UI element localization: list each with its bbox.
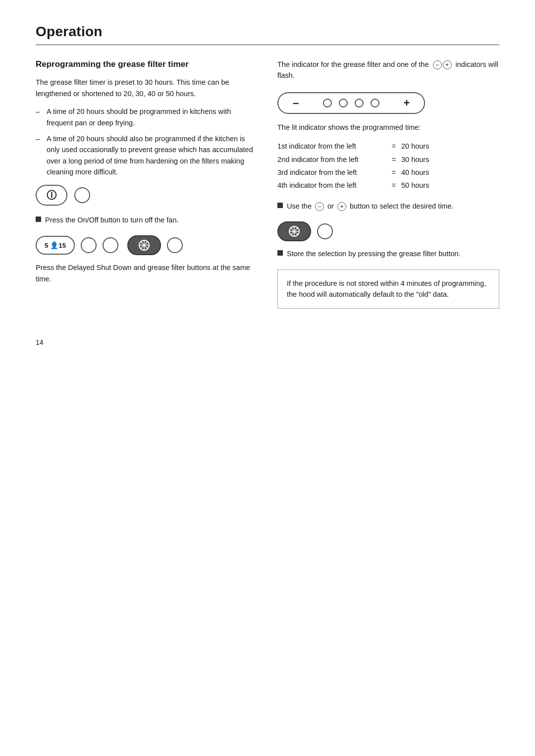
page-title: Operation bbox=[36, 24, 499, 40]
onoff-button-icon: Ⓘ bbox=[36, 185, 67, 206]
info-box-text: If the procedure is not stored within 4 … bbox=[287, 279, 486, 298]
indicator-row-3: 3rd indicator from the left = 40 hours bbox=[277, 166, 499, 179]
onoff-symbol: Ⓘ bbox=[47, 190, 56, 200]
indicator-dot-3 bbox=[355, 99, 364, 108]
right-intro-text: The indicator for the grease filter and … bbox=[277, 59, 499, 81]
indicator-row-2: 2nd indicator from the left = 30 hours bbox=[277, 153, 499, 166]
minus-label: – bbox=[293, 97, 299, 109]
bullet-square-onoff bbox=[36, 216, 41, 222]
grease-right-diagram bbox=[277, 221, 499, 241]
indicator-circle-grease-left bbox=[167, 237, 183, 253]
bullet-list: A time of 20 hours should be programmed … bbox=[36, 106, 254, 178]
plus-icon-use: + bbox=[337, 202, 346, 211]
minus-icon-inline: − bbox=[433, 60, 442, 69]
ind-eq-1: = bbox=[386, 140, 401, 153]
grease-filter-icon-right bbox=[288, 225, 300, 237]
use-button-instruction: Use the − or + button to select the desi… bbox=[277, 201, 499, 212]
bullet-square-store bbox=[277, 250, 283, 256]
ind-eq-3: = bbox=[386, 166, 401, 179]
press-onoff-text: Press the On/Off button to turn off the … bbox=[45, 215, 179, 225]
indicator-circle-grease-right bbox=[317, 223, 333, 239]
use-button-text: Use the − or + button to select the desi… bbox=[287, 201, 454, 212]
ind-val-4: 50 hours bbox=[401, 179, 436, 192]
indicator-circles-row bbox=[313, 92, 389, 114]
intro-paragraph: The grease filter timer is preset to 30 … bbox=[36, 77, 254, 99]
lit-indicator-text: The lit indicator shows the programmed t… bbox=[277, 122, 499, 133]
ind-val-2: 30 hours bbox=[401, 153, 436, 166]
indicator-circle-delayed2 bbox=[103, 237, 118, 253]
ind-val-3: 40 hours bbox=[401, 166, 436, 179]
grease-button-icon-left bbox=[127, 235, 161, 255]
minus-button: – bbox=[277, 92, 313, 114]
indicator-row-4: 4th indicator from the left = 50 hours bbox=[277, 179, 499, 192]
ind-eq-4: = bbox=[386, 179, 401, 192]
indicator-row-1: 1st indicator from the left = 20 hours bbox=[277, 140, 499, 153]
delayed-grease-diagram: 5 👤15 bbox=[36, 235, 254, 255]
title-divider bbox=[36, 45, 499, 45]
store-instruction: Store the selection by pressing the grea… bbox=[277, 248, 499, 259]
plus-label: + bbox=[404, 97, 410, 109]
ind-label-2: 2nd indicator from the left bbox=[277, 153, 386, 166]
right-intro-1: The indicator for the grease filter and … bbox=[277, 60, 429, 68]
plus-icon-inline: + bbox=[443, 60, 452, 69]
indicator-dot-4 bbox=[371, 99, 379, 108]
delayed-group: 5 👤15 bbox=[36, 236, 118, 255]
ind-label-1: 1st indicator from the left bbox=[277, 140, 386, 153]
onoff-diagram: Ⓘ bbox=[36, 185, 254, 206]
ind-label-3: 3rd indicator from the left bbox=[277, 166, 386, 179]
grease-right-group bbox=[277, 221, 333, 241]
ind-eq-2: = bbox=[386, 153, 401, 166]
right-column: The indicator for the grease filter and … bbox=[277, 59, 499, 309]
grease-filter-icon bbox=[138, 239, 150, 251]
grease-button-icon-right bbox=[277, 221, 311, 241]
delayed-label: 5 👤15 bbox=[45, 241, 66, 249]
indicator-circle-onoff bbox=[74, 187, 90, 203]
grease-group-left bbox=[127, 235, 183, 255]
bullet-item-1: A time of 20 hours should be programmed … bbox=[36, 106, 254, 128]
indicator-table: 1st indicator from the left = 20 hours 2… bbox=[277, 140, 499, 191]
main-content: Reprogramming the grease filter timer Th… bbox=[36, 59, 499, 309]
minus-icon-use: − bbox=[315, 202, 324, 211]
delayed-button-icon: 5 👤15 bbox=[36, 236, 75, 255]
left-column: Reprogramming the grease filter timer Th… bbox=[36, 59, 254, 291]
info-box: If the procedure is not stored within 4 … bbox=[277, 270, 499, 309]
store-text: Store the selection by pressing the grea… bbox=[287, 248, 461, 259]
indicator-dot-1 bbox=[323, 99, 332, 108]
section-heading: Reprogramming the grease filter timer bbox=[36, 59, 254, 70]
indicator-dot-2 bbox=[339, 99, 348, 108]
ind-label-4: 4th indicator from the left bbox=[277, 179, 386, 192]
minus-plus-row: – + bbox=[277, 92, 499, 114]
plus-button: + bbox=[389, 92, 425, 114]
bullet-square-use bbox=[277, 203, 283, 208]
press-delayed-text: Press the Delayed Shut Down and grease f… bbox=[36, 262, 254, 284]
bullet-item-2: A time of 20 hours should also be progra… bbox=[36, 133, 254, 178]
minus-plus-inline-icon: − + bbox=[433, 60, 452, 69]
page-number: 14 bbox=[36, 338, 499, 346]
press-onoff-instruction: Press the On/Off button to turn off the … bbox=[36, 215, 254, 225]
indicator-circle-delayed1 bbox=[81, 237, 97, 253]
ind-val-1: 20 hours bbox=[401, 140, 436, 153]
